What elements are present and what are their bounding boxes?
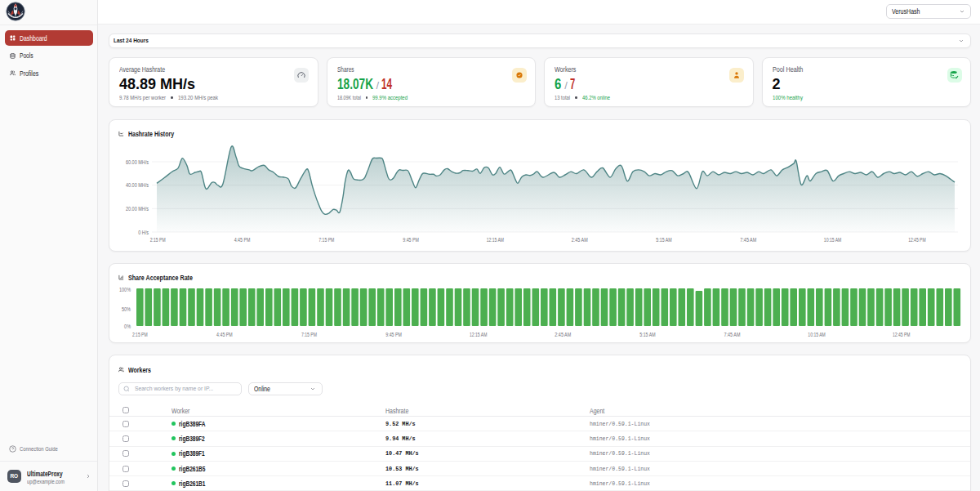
svg-text:7:15 PM: 7:15 PM — [301, 332, 317, 337]
svg-text:10:15 AM: 10:15 AM — [808, 332, 826, 337]
svg-text:4:45 PM: 4:45 PM — [234, 237, 251, 243]
svg-text:9:45 PM: 9:45 PM — [403, 237, 419, 243]
svg-text:5:15 AM: 5:15 AM — [639, 332, 655, 337]
svg-text:10:15 AM: 10:15 AM — [824, 237, 842, 243]
svg-text:12:15 AM: 12:15 AM — [487, 237, 504, 243]
svg-text:0 H/s: 0 H/s — [138, 230, 149, 235]
svg-text:2:45 AM: 2:45 AM — [555, 332, 571, 337]
svg-text:12:15 AM: 12:15 AM — [470, 332, 487, 337]
svg-text:50%: 50% — [122, 306, 131, 312]
svg-text:7:45 AM: 7:45 AM — [724, 332, 741, 337]
svg-text:40.00 MH/s: 40.00 MH/s — [126, 182, 149, 188]
svg-text:4:45 PM: 4:45 PM — [216, 332, 233, 337]
svg-text:12:45 PM: 12:45 PM — [908, 237, 926, 243]
svg-text:7:45 AM: 7:45 AM — [740, 237, 756, 243]
svg-text:7:15 PM: 7:15 PM — [318, 237, 334, 243]
svg-text:9:45 PM: 9:45 PM — [385, 332, 402, 337]
svg-text:2:15 PM: 2:15 PM — [150, 237, 166, 243]
svg-text:0%: 0% — [124, 324, 131, 329]
svg-text:2:45 AM: 2:45 AM — [572, 237, 588, 243]
svg-text:2:15 PM: 2:15 PM — [132, 332, 148, 337]
svg-text:12:45 PM: 12:45 PM — [893, 332, 911, 337]
svg-text:100%: 100% — [119, 287, 131, 292]
svg-text:60.00 MH/s: 60.00 MH/s — [126, 159, 149, 165]
svg-text:5:15 AM: 5:15 AM — [656, 237, 671, 243]
svg-text:20.00 MH/s: 20.00 MH/s — [126, 206, 149, 212]
